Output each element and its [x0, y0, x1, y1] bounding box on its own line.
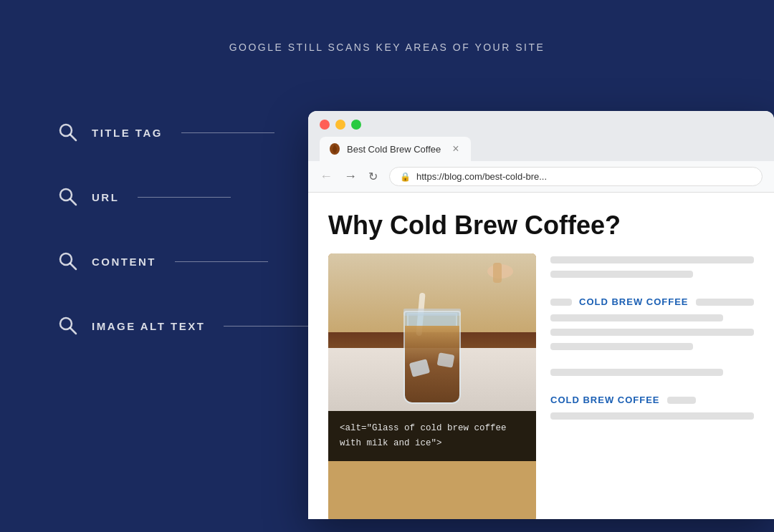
sidebar-divider-content — [175, 261, 268, 262]
search-icon-content — [57, 251, 79, 272]
page-header-subtitle: GOOGLE STILL SCANS KEY AREAS OF YOUR SIT… — [0, 42, 774, 53]
alt-text-code: <alt="Glass of cold brew coffee with mil… — [340, 423, 507, 448]
url-text: https://blog.com/best-cold-bre... — [416, 171, 547, 182]
tab-title: Best Cold Brew Coffee — [347, 144, 441, 155]
content-line-3 — [550, 314, 723, 321]
sidebar-label-image-alt: IMAGE ALT TEXT — [92, 320, 205, 332]
url-bar[interactable]: 🔒 https://blog.com/best-cold-bre... — [389, 167, 763, 186]
browser-tab[interactable]: Best Cold Brew Coffee × — [320, 137, 471, 161]
svg-line-5 — [70, 263, 76, 269]
content-line-1 — [550, 256, 754, 263]
svg-line-3 — [70, 199, 76, 205]
sidebar-item-title-tag: TITLE TAG — [57, 122, 317, 143]
content-line-5 — [550, 343, 693, 350]
keyword-line-2: COLD BREW COFFEE — [550, 395, 754, 405]
traffic-light-red[interactable] — [320, 120, 330, 130]
search-icon-url — [57, 186, 79, 208]
traffic-light-yellow[interactable] — [335, 120, 345, 130]
jar-ice-2 — [437, 352, 455, 368]
browser-content: Why Cold Brew Coffee? — [308, 193, 774, 519]
sidebar-item-url: URL — [57, 186, 317, 208]
pouring-hand — [479, 257, 515, 286]
sidebar: TITLE TAG URL CONTENT — [57, 122, 317, 337]
post-keyword-line-1 — [696, 299, 755, 306]
svg-line-1 — [70, 135, 76, 140]
alt-text-overlay: <alt="Glass of cold brew coffee with mil… — [328, 411, 536, 461]
search-icon-title — [57, 122, 79, 143]
content-line-2 — [550, 271, 693, 278]
jar-container — [396, 300, 468, 404]
reload-button[interactable]: ↻ — [368, 170, 378, 183]
content-area: <alt="Glass of cold brew coffee with mil… — [308, 253, 774, 519]
keyword-line-1: COLD BREW COFFEE — [550, 296, 754, 307]
tab-close-button[interactable]: × — [452, 142, 459, 155]
content-line-4 — [550, 329, 754, 336]
lock-icon: 🔒 — [400, 172, 411, 182]
content-line-6 — [550, 369, 723, 376]
traffic-light-green[interactable] — [351, 120, 361, 130]
forward-button[interactable]: → — [344, 169, 357, 184]
keyword-badge-1: COLD BREW COFFEE — [579, 296, 689, 307]
back-button[interactable]: ← — [320, 169, 333, 184]
sidebar-label-title-tag: TITLE TAG — [92, 127, 163, 139]
content-line-7 — [550, 412, 754, 420]
sidebar-divider-title — [181, 132, 274, 133]
pre-keyword-line-1 — [550, 299, 572, 306]
svg-rect-10 — [493, 263, 502, 283]
browser-window: Best Cold Brew Coffee × ← → ↻ 🔒 https://… — [308, 111, 774, 519]
jar-body — [403, 311, 461, 404]
coffee-image — [328, 253, 536, 411]
tab-bar: Best Cold Brew Coffee × — [320, 137, 763, 161]
sidebar-item-content: CONTENT — [57, 251, 317, 272]
post-keyword-line-2 — [667, 397, 696, 404]
traffic-lights — [320, 120, 763, 130]
image-block: <alt="Glass of cold brew coffee with mil… — [328, 253, 536, 519]
address-bar: ← → ↻ 🔒 https://blog.com/best-cold-bre..… — [308, 161, 774, 193]
svg-line-7 — [70, 328, 76, 334]
browser-chrome: Best Cold Brew Coffee × — [308, 111, 774, 161]
sidebar-item-image-alt: IMAGE ALT TEXT — [57, 315, 317, 337]
search-icon-alt — [57, 315, 79, 337]
content-sidebar: COLD BREW COFFEE COLD BREW COFFEE — [550, 253, 754, 519]
sidebar-divider-url — [138, 197, 231, 198]
tab-favicon — [328, 142, 341, 155]
sidebar-divider-alt — [224, 326, 317, 327]
sidebar-label-content: CONTENT — [92, 256, 156, 268]
page-heading: Why Cold Brew Coffee? — [308, 193, 774, 253]
sidebar-label-url: URL — [92, 191, 119, 203]
keyword-badge-2: COLD BREW COFFEE — [550, 395, 660, 405]
